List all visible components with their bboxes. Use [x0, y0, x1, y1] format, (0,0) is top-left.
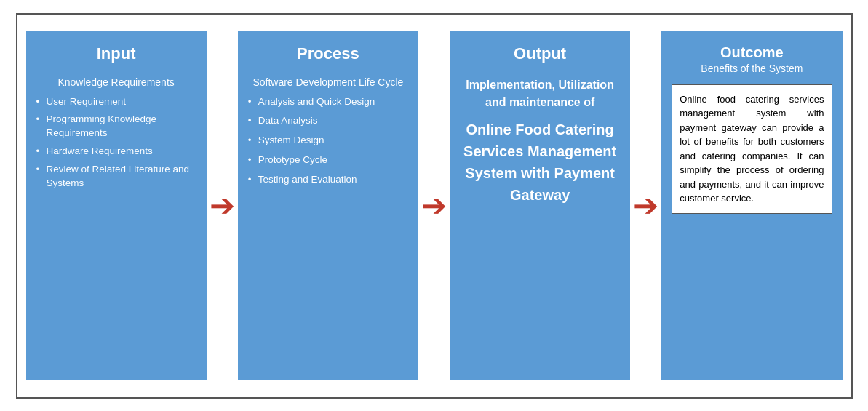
arrow-1: ➔: [210, 188, 235, 223]
input-bullet-list: User Requirement Programming Knowledge R…: [36, 95, 196, 195]
outcome-subtitle: Benefits of the System: [701, 63, 803, 74]
input-title: Input: [97, 44, 136, 63]
output-sub-text: Online Food Catering Services Management…: [460, 119, 620, 206]
process-bullet-list: Analysis and Quick Design Data Analysis …: [248, 95, 408, 193]
process-subtitle: Software Development Life Cycle: [252, 76, 403, 88]
outcome-body-text: Online food catering services management…: [672, 84, 832, 214]
output-main-text: Implementation, Utilization and maintena…: [460, 76, 620, 111]
outcome-title: Outcome: [720, 44, 784, 61]
list-item: Programming Knowledge Requirements: [36, 113, 196, 140]
arrow-2: ➔: [421, 188, 447, 223]
list-item: Review of Related Literature and Systems: [36, 163, 196, 191]
list-item: System Design: [248, 134, 408, 148]
list-item: Data Analysis: [248, 114, 408, 128]
list-item: Analysis and Quick Design: [248, 95, 408, 109]
input-subtitle: Knowledge Requirements: [57, 76, 174, 88]
process-box: Process Software Development Life Cycle …: [238, 31, 418, 380]
list-item: Hardware Requirements: [36, 145, 196, 159]
output-title: Output: [514, 44, 566, 63]
list-item: Prototype Cycle: [248, 153, 408, 167]
list-item: User Requirement: [36, 95, 196, 109]
outcome-box: Outcome Benefits of the System Online fo…: [661, 31, 842, 380]
arrow-3: ➔: [633, 188, 658, 223]
list-item: Testing and Evaluation: [248, 173, 408, 187]
input-box: Input Knowledge Requirements User Requir…: [26, 31, 207, 380]
process-title: Process: [297, 44, 359, 63]
output-box: Output Implementation, Utilization and m…: [450, 31, 630, 380]
diagram-wrapper: Input Knowledge Requirements User Requir…: [16, 13, 853, 399]
